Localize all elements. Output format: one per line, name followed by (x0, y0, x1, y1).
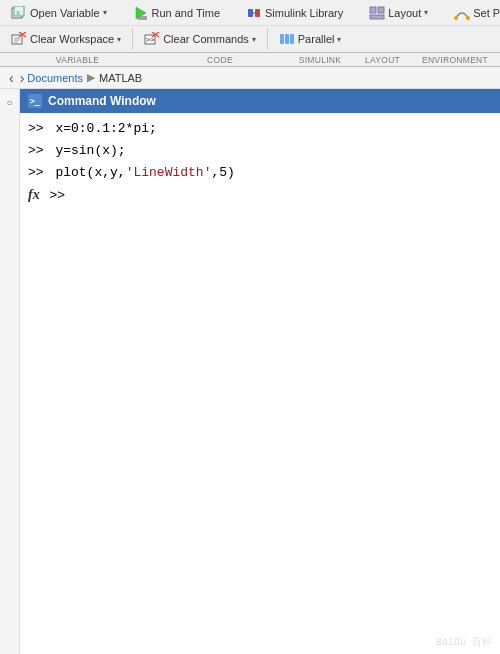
clear-commands-label: Clear Commands (163, 33, 249, 45)
simulink-library-button[interactable]: Simulink Library (239, 1, 350, 25)
section-label-environment: ENVIRONMENT (410, 55, 500, 65)
cmd-line-3: >> plot(x,y,'LineWidth',5) (28, 163, 492, 184)
clear-workspace-dropdown-icon[interactable]: ▾ (117, 35, 121, 44)
clear-workspace-label: Clear Workspace (30, 33, 114, 45)
svg-rect-11 (370, 15, 384, 19)
open-variable-icon: x (11, 5, 27, 21)
section-label-code: CODE (155, 55, 285, 65)
svg-rect-6 (248, 9, 253, 17)
breadcrumb-forward-button[interactable]: › (17, 70, 28, 86)
breadcrumb-matlab: MATLAB (99, 72, 142, 84)
toolbar-second-row: Clear Workspace ▾ >> Clear Commands ▾ (0, 26, 500, 52)
sidebar: ○ (0, 89, 20, 654)
command-window-icon: >_ (28, 94, 42, 108)
layout-dropdown-icon[interactable]: ▾ (424, 8, 428, 17)
cmd-text-2: y=sin(x); (48, 141, 126, 162)
watermark: Baidu 百科 (436, 635, 492, 649)
layout-button[interactable]: Layout ▾ (362, 1, 435, 25)
parallel-button[interactable]: Parallel ▾ (272, 27, 349, 51)
layout-icon (369, 5, 385, 21)
cmd-text-3: plot(x,y,'LineWidth',5) (48, 163, 235, 184)
command-content[interactable]: >> x=0:0.1:2*pi; >> y=sin(x); >> plot(x,… (20, 113, 500, 654)
set-path-label: Set Path (473, 7, 500, 19)
svg-text:x: x (16, 9, 20, 17)
section-label-layout: LAYOUT (355, 55, 410, 65)
cmd-string-linewidth: 'LineWidth' (126, 165, 212, 180)
svg-rect-9 (370, 7, 376, 13)
svg-rect-26 (290, 34, 294, 44)
svg-point-13 (466, 16, 470, 20)
cmd-text-1: x=0:0.1:2*pi; (48, 119, 157, 140)
simulink-icon (246, 5, 262, 21)
section-label-simulink: SIMULINK (285, 55, 355, 65)
divider-5 (132, 28, 133, 50)
simulink-library-label: Simulink Library (265, 7, 343, 19)
clear-commands-icon: >> (144, 31, 160, 47)
parallel-icon (279, 31, 295, 47)
divider-6 (267, 28, 268, 50)
cmd-prompt-3: >> (28, 163, 44, 184)
run-icon (133, 5, 149, 21)
svg-rect-7 (255, 9, 260, 17)
svg-rect-10 (378, 7, 384, 13)
parallel-dropdown-icon[interactable]: ▾ (337, 35, 341, 44)
open-variable-button[interactable]: x Open Variable ▾ (4, 1, 114, 25)
set-path-button[interactable]: Set Path (447, 1, 500, 25)
cmd-line-1: >> x=0:0.1:2*pi; (28, 119, 492, 140)
section-label-variable: VARIABLE (0, 55, 155, 65)
run-and-time-button[interactable]: Run and Time (126, 1, 227, 25)
breadcrumb-documents[interactable]: Documents (27, 72, 83, 84)
clear-workspace-icon (11, 31, 27, 47)
run-and-time-label: Run and Time (152, 7, 220, 19)
open-variable-dropdown-icon[interactable]: ▾ (103, 8, 107, 17)
command-window-title: Command Window (48, 94, 156, 108)
clear-commands-dropdown-icon[interactable]: ▾ (252, 35, 256, 44)
section-labels-row: VARIABLE CODE SIMULINK LAYOUT ENVIRONMEN… (0, 53, 500, 67)
open-variable-label: Open Variable (30, 7, 100, 19)
command-window-header: >_ Command Window (20, 89, 500, 113)
sidebar-expand-button[interactable]: ○ (1, 93, 19, 111)
svg-text:>>: >> (146, 36, 154, 44)
cmd-line-2: >> y=sin(x); (28, 141, 492, 162)
svg-point-12 (454, 16, 458, 20)
breadcrumb-bar: ‹ › Documents ▶ MATLAB (0, 67, 500, 89)
layout-label: Layout (388, 7, 421, 19)
command-window: >_ Command Window >> x=0:0.1:2*pi; >> y=… (20, 89, 500, 654)
breadcrumb-back-button[interactable]: ‹ (6, 70, 17, 86)
clear-commands-button[interactable]: >> Clear Commands ▾ (137, 27, 263, 51)
toolbar-first-row: x Open Variable ▾ Run and Time (0, 0, 500, 26)
cmd-prompt-2: >> (28, 141, 44, 162)
svg-text:>_: >_ (30, 97, 40, 106)
svg-rect-25 (285, 34, 289, 44)
cmd-active-prompt: >> (42, 188, 65, 203)
main-area: ○ >_ Command Window >> x=0:0.1:2*pi; (0, 89, 500, 654)
cmd-prompt-1: >> (28, 119, 44, 140)
toolbar: x Open Variable ▾ Run and Time (0, 0, 500, 53)
svg-rect-24 (280, 34, 284, 44)
parallel-label: Parallel (298, 33, 335, 45)
app-container: x Open Variable ▾ Run and Time (0, 0, 500, 654)
breadcrumb-separator-1: ▶ (87, 71, 95, 84)
fx-label: fx (28, 187, 40, 203)
set-path-icon (454, 5, 470, 21)
clear-workspace-button[interactable]: Clear Workspace ▾ (4, 27, 128, 51)
cmd-active-line: fx >> (28, 187, 492, 203)
